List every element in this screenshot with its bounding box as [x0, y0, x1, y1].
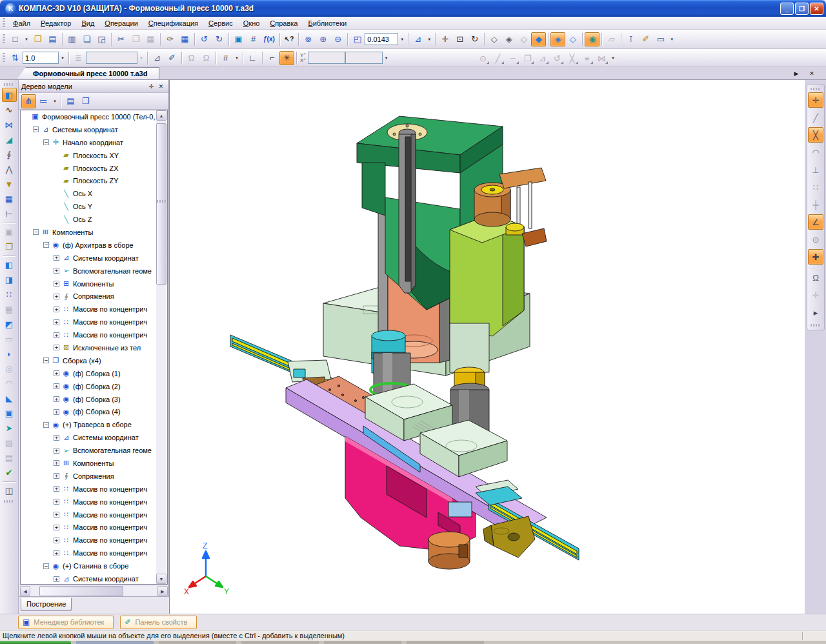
orientation[interactable]: ⊿ [410, 32, 425, 46]
menu-сервис[interactable]: Сервис [203, 18, 238, 28]
expand-icon[interactable]: + [54, 460, 59, 466]
properties-panel-button[interactable]: ✐ Панель свойств [120, 616, 197, 629]
expand-icon[interactable]: + [54, 332, 59, 338]
save-document[interactable]: ▤ [45, 32, 60, 46]
print-preview[interactable]: ❏ [79, 32, 94, 46]
scroll-right-icon[interactable]: ▶ [157, 586, 168, 596]
collapse-icon[interactable]: − [43, 242, 49, 248]
snap-point-on-curve[interactable]: ✚ [808, 249, 823, 265]
zoom-out[interactable]: ⊖ [330, 32, 345, 46]
copy-properties[interactable]: ✑ [163, 32, 177, 46]
new-document[interactable]: □ [8, 32, 23, 46]
print[interactable]: ▥ [65, 32, 79, 46]
rotate-view[interactable]: ↻ [467, 32, 482, 46]
pan-view[interactable]: ✛ [438, 32, 452, 46]
tree-item[interactable]: +∷Массив по концентрич [21, 496, 167, 508]
press-model-3d[interactable]: Z X Y [170, 80, 805, 614]
tree-item[interactable]: +◉(ф) Сборка (1) [21, 367, 167, 380]
sketch[interactable]: ✐ [638, 32, 653, 46]
zoom-in[interactable]: ⊕ [316, 32, 330, 46]
chamfer-operation[interactable]: ◣ [2, 391, 17, 405]
tree-item[interactable]: +∮Сопряжения [21, 290, 167, 303]
toolbar1-grip[interactable] [3, 34, 5, 45]
display-shaded[interactable]: ◆ [531, 32, 546, 46]
snap-middle[interactable]: ╱ [808, 110, 823, 125]
tab-scroll-right-icon[interactable]: ▶ [791, 68, 801, 79]
tree-structure-view[interactable]: ⋔ [21, 94, 36, 108]
tree-item[interactable]: −◉(+) Траверса в сборе [21, 418, 167, 431]
tree-item[interactable]: +◉(ф) Сборка (4) [21, 405, 167, 418]
tree-item[interactable]: ▰Плоскость XY [21, 149, 167, 162]
curve-3d[interactable]: ⋈ [2, 117, 17, 132]
collapse-icon[interactable]: − [43, 357, 49, 363]
expand-icon[interactable]: + [54, 396, 59, 402]
tree-report-open[interactable]: ❐ [78, 94, 93, 108]
taskbar-button[interactable] [76, 641, 154, 644]
collapse-icon[interactable]: − [43, 422, 49, 428]
expand-icon[interactable]: + [54, 370, 59, 376]
display-wireframe[interactable]: ◇ [487, 32, 501, 46]
scale-input[interactable] [365, 33, 398, 45]
tree-item[interactable]: +∷Массив по концентрич [21, 303, 167, 316]
taskbar-button[interactable] [324, 641, 401, 644]
open-document[interactable]: ❐ [30, 32, 45, 46]
snap-angle[interactable]: ∠ [808, 214, 823, 230]
spec-editor[interactable]: ▦ [177, 32, 192, 46]
tree-item[interactable]: +⊠Исключенные из тел [21, 341, 167, 354]
menu-спецификация[interactable]: Спецификация [143, 18, 203, 28]
scroll-down-icon[interactable]: ▼ [156, 574, 166, 584]
tree-item[interactable]: −⊿Системы координат [21, 123, 167, 136]
expand-icon[interactable]: + [54, 525, 59, 530]
tab-postroenie[interactable]: Построение [21, 598, 72, 611]
menu-файл[interactable]: Файл [8, 18, 35, 28]
fx-variables[interactable]: ƒ(x) [261, 32, 277, 46]
zoom-select[interactable]: ⊚ [301, 32, 316, 46]
expand-icon[interactable]: + [54, 473, 59, 479]
ortho-mode[interactable]: ⌐ [265, 51, 279, 65]
expand-icon[interactable]: + [54, 435, 59, 441]
expand-icon[interactable]: + [54, 268, 59, 274]
tree-item[interactable]: +➢Вспомогательная геоме [21, 265, 167, 277]
new-document-dropdown[interactable]: ▾ [23, 32, 30, 46]
display-transparent[interactable]: ◇ [565, 32, 580, 46]
tree-report[interactable]: ▤ [63, 94, 78, 108]
tree-item[interactable]: −⊞Компоненты [21, 226, 167, 239]
fit-view[interactable]: ⊡ [452, 32, 467, 46]
expand-icon[interactable]: + [54, 319, 59, 325]
expand-icon[interactable]: + [54, 281, 59, 287]
edit-component[interactable]: ◧ [2, 88, 17, 102]
tree-item[interactable]: ▰Плоскость ZX [21, 162, 167, 175]
tree-item[interactable]: +∷Массив по концентрич [21, 508, 167, 521]
filter-objects[interactable]: ▼ [2, 177, 17, 191]
library-tool[interactable]: ❐ [2, 239, 17, 254]
scale-dropdown[interactable]: ▾ [398, 32, 406, 46]
tree-vertical-scrollbar[interactable]: ▲ ▼ [156, 110, 166, 584]
restore-button[interactable]: ❐ [795, 3, 809, 15]
variables[interactable]: # [246, 32, 261, 46]
snap-tangent[interactable]: ◠ [808, 145, 823, 160]
tree-hscroll-thumb[interactable] [39, 586, 123, 596]
rightbar-grip[interactable] [811, 88, 821, 90]
expand-icon[interactable]: + [54, 294, 59, 299]
taskbar-button[interactable] [407, 641, 484, 644]
document-tab[interactable]: Формовочный пресс 10000 т.a3d [17, 67, 159, 79]
edit-source-doc[interactable]: ✐ [165, 51, 179, 65]
tree-item[interactable]: +⊿Системы координат [21, 572, 167, 585]
tree-item[interactable]: +∷Массив по концентрич [21, 521, 167, 534]
orientation-dropdown[interactable]: ▾ [425, 32, 433, 46]
toolbar-extend-handle[interactable] [4, 500, 14, 503]
perspective[interactable]: ◉ [585, 32, 599, 46]
menu-окно[interactable]: Окно [238, 18, 265, 28]
local-cs[interactable]: ∟ [245, 51, 260, 65]
snaps-setup[interactable]: ✳ [279, 51, 294, 65]
viewport-3d[interactable]: Z X Y [169, 80, 805, 614]
expand-icon[interactable]: + [54, 255, 59, 261]
step-dropdown[interactable]: ▾ [59, 51, 66, 65]
tree-item[interactable]: +∷Массив по концентрич [21, 316, 167, 328]
tree-composition-view[interactable]: ≔ [36, 94, 51, 108]
tree-item[interactable]: +∮Сопряжения [21, 470, 167, 483]
menu-редактор[interactable]: Редактор [35, 18, 76, 28]
tree-item[interactable]: +⊿Системы координат [21, 252, 167, 265]
collapse-icon[interactable]: − [33, 229, 39, 235]
display-shaded-edges[interactable]: ◈ [550, 32, 565, 46]
